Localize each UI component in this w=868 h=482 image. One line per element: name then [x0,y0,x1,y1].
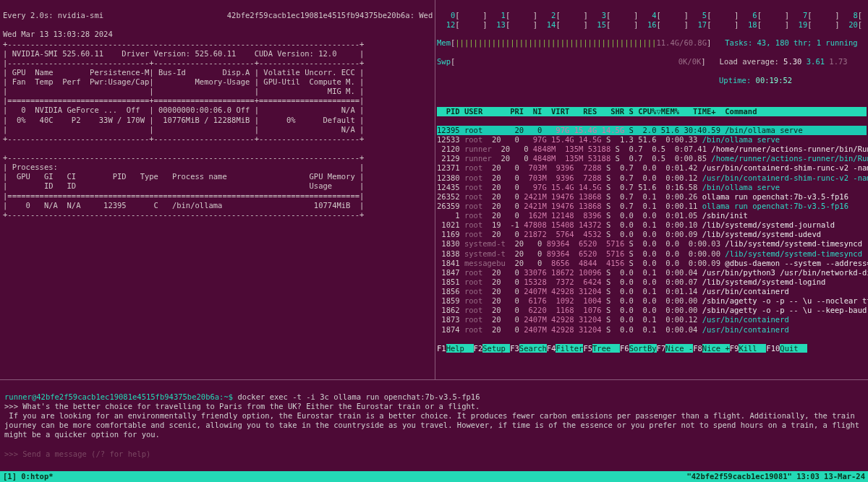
tmux-status-left: [1] 0:htop* [3,472,54,481]
watch-header-left: Every 2.0s: nvidia-smi [3,11,103,20]
process-row[interactable]: 1021 root 19 -1 47808 15408 14372 S 0.0 … [437,220,867,230]
nvidia-smi-pane: Every 2.0s: nvidia-smi 42bfe2f59cacb1ec1… [0,0,435,379]
fnkey-tree[interactable]: F5 [583,344,592,353]
terminal-pane[interactable]: runner@42bfe2f59cacb1ec19081e4515fb94375… [0,380,868,471]
process-row[interactable]: 12533 root 20 0 97G 15.4G 14.5G S 1.3 51… [437,135,867,145]
process-row[interactable]: 1169 root 20 0 21872 5764 4532 S 0.0 0.0… [437,230,867,239]
process-row[interactable]: 2129 runner 20 0 4848M 135M 53188 S 0.7 … [437,154,867,163]
fnkey-kill[interactable]: F9 [730,344,739,353]
process-row[interactable]: 1847 root 20 0 33076 18672 10096 S 0.0 0… [437,268,867,277]
load-line: Load average: 5.30 3.61 1.73 [720,57,848,66]
fnkey-help[interactable]: F1 [437,344,446,353]
process-row[interactable]: 12435 root 20 0 97G 15.4G 14.5G S 0.7 51… [437,183,867,192]
fnkey-filter[interactable]: F4 [547,344,556,353]
ollama-answer: If you are looking for an environmentall… [4,411,864,439]
process-header[interactable]: PID USER PRI NI VIRT RES SHR S CPU%▽MEM%… [437,107,867,116]
process-row[interactable]: 1874 root 20 0 2407M 42928 31204 S 0.0 0… [437,325,867,335]
mem-label: Mem [437,38,451,47]
fnkey-search[interactable]: F3 [510,344,519,353]
fnkey-setup[interactable]: F2 [474,344,483,353]
fnkey-nice +[interactable]: F8 [693,344,702,353]
process-row[interactable]: 1851 root 20 0 15328 7372 6424 S 0.0 0.0… [437,277,867,287]
process-row[interactable]: 1838 systemd-t 20 0 89364 6520 5716 S 0.… [437,249,867,259]
tmux-status-right: "42bfe2f59cacb1ec19081" 13:03 13-Mar-24 [686,472,865,481]
process-row[interactable]: 1859 root 20 0 6176 1092 1004 S 0.0 0.0 … [437,296,867,306]
process-row[interactable]: 1841 messagebu 20 0 8656 4844 4156 S 0.0… [437,259,867,268]
process-row[interactable]: 12380 root 20 0 703M 9396 7288 S 0.7 0.0… [437,173,867,183]
process-list[interactable]: 12395 root 20 0 97G 15.4G 14.5G S 2.0 51… [437,126,867,335]
fnkey-quit[interactable]: F10 [766,344,780,353]
ollama-question: >>> What's the better choice for travell… [4,402,480,410]
tmux-status-bar: [1] 0:htop* "42bfe2f59cacb1ec19081" 13:0… [0,471,868,482]
tasks-line: Tasks: 43, 180 thr; 1 running [725,38,857,47]
fnkey-nice -[interactable]: F7 [657,344,666,353]
fnkey-sortby[interactable]: F6 [620,344,629,353]
shell-command: docker exec -t -i 3c ollama run openchat… [237,392,480,401]
process-row[interactable]: 12371 root 20 0 703M 9396 7288 S 0.7 0.0… [437,163,867,173]
process-row[interactable]: 1873 root 20 0 2407M 42928 31204 S 0.0 0… [437,315,867,324]
process-row[interactable]: 1830 systemd-t 20 0 89364 6520 5716 S 0.… [437,239,867,249]
htop-pane: 0[ ] 1[ ] 2[ ] 3[ ] 4[ ] 5[ ] 6[ ] 7[ ] … [435,0,868,379]
shell-prompt: runner@42bfe2f59cacb1ec19081e4515fb94375… [4,392,237,401]
function-keys[interactable]: F1Help F2Setup F3SearchF4FilterF5Tree F6… [437,344,867,353]
process-row[interactable]: 1856 root 20 0 2407M 42928 31204 S 0.0 0… [437,287,867,296]
process-row[interactable]: 1862 root 20 0 6220 1168 1076 S 0.0 0.0 … [437,306,867,315]
process-row[interactable]: 1 root 20 0 162M 12148 8396 S 0.0 0.0 0:… [437,211,867,220]
process-row[interactable]: 2120 runner 20 0 4848M 135M 53188 S 0.7 … [437,145,867,154]
process-row[interactable]: 26359 root 20 0 2421M 19476 13868 S 0.7 … [437,202,867,211]
cpu-meters: 0[ ] 1[ ] 2[ ] 3[ ] 4[ ] 5[ ] 6[ ] 7[ ] … [437,11,867,29]
swap-label: Swp [437,57,451,66]
watch-date: Wed Mar 13 13:03:28 2024 [3,30,113,38]
process-row[interactable]: 26352 root 20 0 2421M 19476 13868 S 0.7 … [437,192,867,202]
ollama-input-prompt[interactable]: >>> Send a message (/? for help) [4,449,150,458]
watch-header-right: 42bfe2f59cacb1ec19081e4515fb94375be20b6a… [227,11,435,20]
process-row[interactable]: 12395 root 20 0 97G 15.4G 14.5G S 2.0 51… [437,126,867,135]
